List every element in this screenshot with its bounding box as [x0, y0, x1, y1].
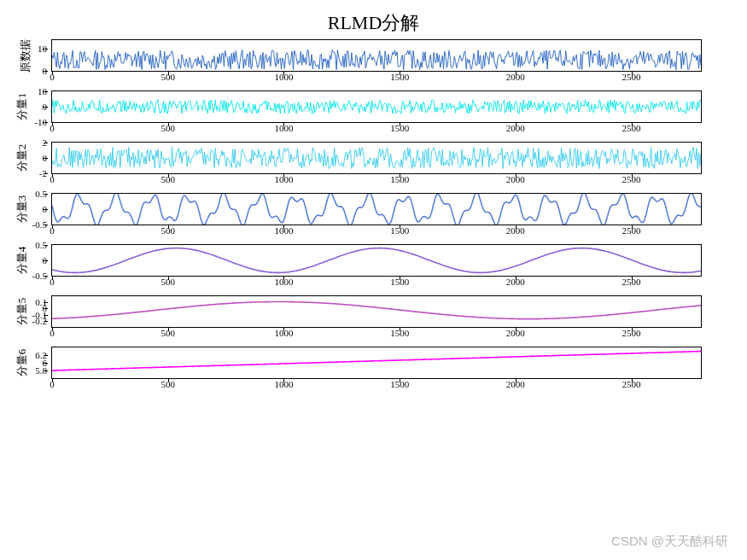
- plot-area-6: 5.866.205001000150020002500: [51, 347, 702, 379]
- plot-area-3: -0.500.505001000150020002500: [51, 193, 702, 225]
- ylabel-5: 分量5: [15, 298, 30, 326]
- subplot-5: 分量5-0.2-0.100.105001000150020002500: [51, 295, 721, 328]
- subplot-6: 分量65.866.205001000150020002500: [51, 347, 721, 379]
- ylabel-1: 分量1: [15, 93, 30, 121]
- series-line-1: [52, 100, 701, 114]
- series-line-5: [52, 302, 701, 319]
- plot-area-4: -0.500.505001000150020002500: [51, 244, 702, 277]
- subplot-2: 分量2-20205001000150020002500: [51, 142, 721, 174]
- subplot-1: 分量1-1001005001000150020002500: [51, 90, 721, 123]
- series-line-2: [52, 147, 701, 168]
- subplot-4: 分量4-0.500.505001000150020002500: [51, 244, 721, 277]
- plot-area-1: -1001005001000150020002500: [51, 90, 702, 123]
- series-line-3: [52, 194, 701, 225]
- ylabel-6: 分量6: [15, 349, 30, 377]
- series-line-6: [52, 352, 701, 371]
- plot-area-5: -0.2-0.100.105001000150020002500: [51, 295, 702, 328]
- ylabel-0: 原数据: [18, 39, 33, 73]
- series-line-4: [52, 248, 701, 273]
- ylabel-3: 分量3: [15, 195, 30, 224]
- subplot-0: 原数据01005001000150020002500: [51, 39, 721, 72]
- subplot-3: 分量3-0.500.505001000150020002500: [51, 193, 721, 225]
- chart-title: RLMD分解: [0, 0, 747, 39]
- plot-area-2: -20205001000150020002500: [51, 142, 702, 174]
- plot-area-0: 01005001000150020002500: [51, 39, 702, 72]
- series-line-0: [52, 50, 701, 70]
- ylabel-4: 分量4: [15, 247, 30, 275]
- chart-stack: 原数据01005001000150020002500分量1-1001005001…: [0, 39, 747, 379]
- watermark: CSDN @天天酷科研: [611, 534, 728, 550]
- ylabel-2: 分量2: [15, 144, 30, 172]
